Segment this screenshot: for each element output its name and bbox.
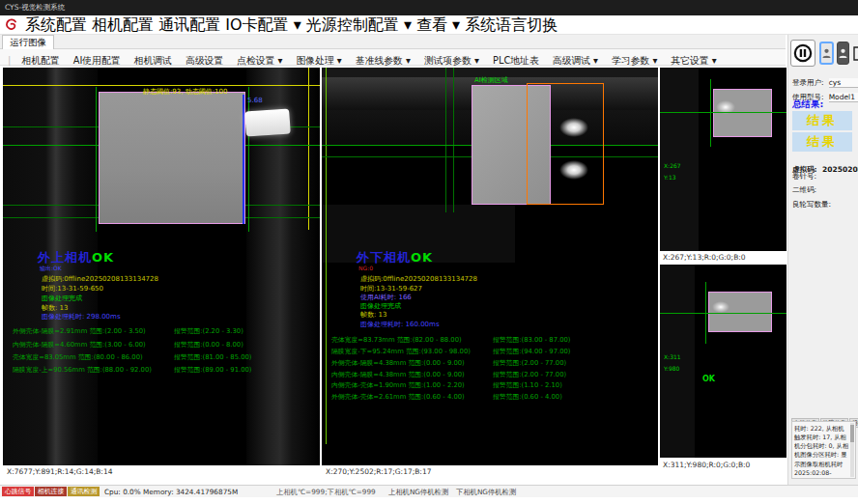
window-titlebar: CYS-视觉检测系统 (0, 0, 858, 15)
toolbar-plc-address[interactable]: PLC地址表 (493, 53, 539, 69)
toolbar-camera-debug[interactable]: 相机调试 (134, 53, 172, 69)
camera-link-status-chip: 相机连接 (35, 487, 67, 496)
operator-mode-button[interactable] (819, 42, 834, 65)
menu-camera-config[interactable]: 相机配置 (92, 15, 154, 34)
window-title: CYS-视觉检测系统 (5, 3, 65, 12)
result-display-1: 结果 (792, 111, 852, 130)
pixel-coordinate-readout-middle: X:270;Y:2502;R:17;G:17;B:17 (326, 467, 431, 476)
event-log-box[interactable]: 耗时: 222, 从相机触发耗时: 17, 从相机分包耗时: 0, 从相机图像分… (791, 421, 856, 479)
alarm-range: 报警范围:(0.60 - 4.00) (493, 392, 562, 402)
model-value[interactable]: Model1 (829, 93, 858, 102)
overlay-text-2: Y:980 (664, 365, 679, 372)
blue-marker-label: 5.68 (247, 97, 263, 104)
ok-overlay-badge: OK (702, 375, 715, 383)
reflection-glow (712, 301, 729, 313)
menu-light-config[interactable]: 光源控制配置 ▾ (306, 15, 412, 34)
overlay-text-1: X:311 (664, 353, 681, 360)
measurement-row: 壳体宽度=83.73mm 范围:(82.00 - 88.00) 报警范围:(83… (331, 335, 658, 345)
pin-number-label: 卷针号: (792, 172, 816, 182)
measurement-value: 外侧壳体-隔膜=4.38mm 范围:(0.00 - 9.00) (331, 359, 465, 367)
camera-view-small-top[interactable]: X:267 Y:13 (660, 68, 786, 251)
measurement-value: 内侧壳体-壳体=1.90mm 范围:(1.00 - 2.20) (331, 381, 465, 389)
lower-camera-ng-stop-label: 下相机NG停机检测 (456, 488, 516, 497)
total-result-label: 总结果: (792, 98, 823, 111)
toolbar-advanced-debug[interactable]: 高级调试 ▾ (553, 53, 598, 69)
alarm-range: 报警范围:(81.00 - 85.00) (174, 352, 251, 362)
elapsed-line: 图像处理耗时: 160.00ms (360, 320, 440, 329)
toolbar-baseline-params[interactable]: 基准线参数 ▾ (356, 53, 411, 69)
toolbar-image-processing[interactable]: 图像处理 ▾ (297, 53, 342, 69)
app-logo-icon (4, 17, 19, 33)
battery-cell-region (99, 92, 245, 224)
measurement-row: 外侧壳体-壳体=2.61mm 范围:(0.60 - 4.00) 报警范围:(0.… (331, 392, 658, 402)
measurement-value: 外侧壳体-壳体=2.61mm 范围:(0.60 - 4.00) (331, 393, 465, 401)
side-panel: 登录用户: cys 使用型号: Model1 总结果: 结果 结果 虚拟码: 2… (787, 35, 858, 485)
pause-icon (793, 43, 813, 63)
camera-view-small-bottom[interactable]: X:311 Y:980 OK (660, 265, 786, 458)
qr-code-label: 二维码: (792, 185, 816, 195)
output-subtext: 输出:OK (40, 265, 62, 273)
heartbeat-status-chip: 心跳信号 (2, 487, 34, 496)
baseline (660, 313, 786, 314)
exit-door-icon (853, 46, 858, 61)
result-ok-badge: OK (92, 250, 114, 265)
guide-line-v1 (445, 68, 446, 212)
processing-done-line: 图像处理完成 (42, 294, 82, 303)
application-window: CYS-视觉检测系统 系统配置 相机配置 通讯配置 IO卡配置 ▾ 光源控制配置… (0, 0, 858, 504)
camera-name-label: 外下相机 (357, 250, 411, 265)
measurement-value: 隔膜宽度-下=95.24mm 范围:(93.00 - 98.00) (331, 348, 471, 355)
comm-check-status-chip: 通讯检测 (68, 487, 100, 496)
pixel-coordinate-readout-small-bottom: X:311;Y:980;R:0;G:0;B:0 (663, 461, 750, 469)
baseline (660, 112, 786, 113)
alarm-range: 报警范围:(94.00 - 97.00) (493, 347, 570, 356)
good-reel-count-label: 良轮写数量: (792, 200, 831, 210)
reference-line-horizontal (3, 85, 320, 86)
menu-comm-config[interactable]: 通讯配置 (158, 15, 220, 34)
camera-view-lower-outer[interactable]: AI检测区域 外下相机OK NG:0 虚拟码:0ffline2025020813… (322, 68, 658, 465)
log-scrollbar-thumb[interactable] (850, 425, 854, 442)
ai-detection-rect (527, 83, 604, 205)
pixel-coordinate-readout-small-top: X:267;Y:13;R:0;G:0;B:0 (663, 253, 746, 262)
alarm-range: 报警范围:(2.20 - 3.30) (174, 326, 243, 336)
measurement-row: 内侧壳体-隔膜=4.38mm 范围:(0.00 - 9.00) 报警范围:(2.… (331, 370, 658, 379)
edge-line (710, 79, 711, 147)
frame-count-line: 帧数: 13 (360, 310, 387, 320)
menu-io-config[interactable]: IO卡配置 ▾ (225, 15, 300, 34)
edge-line (705, 282, 706, 344)
tab-run-image[interactable]: 运行图像 (2, 35, 54, 49)
alarm-range: 报警范围:(2.00 - 77.00) (493, 358, 566, 368)
alarm-range: 报警范围:(89.00 - 91.00) (174, 365, 251, 375)
event-log-text: 耗时: 222, 从相机触发耗时: 17, 从相机分包耗时: 0, 从相机图像分… (794, 425, 848, 479)
toolbar-test-params[interactable]: 测试项参数 ▾ (424, 53, 479, 69)
overlay-text-2: Y:13 (664, 174, 676, 181)
barcode-line: 虚拟码:0ffline20250208133134728 (360, 274, 477, 284)
barcode-line: 虚拟码:0ffline20250208133134728 (42, 274, 158, 284)
menu-language-switch[interactable]: 系统语言切换 (465, 15, 558, 34)
menu-system-config[interactable]: 系统配置 (25, 15, 87, 34)
measurement-row: 隔膜宽度-上=90.56mm 范围:(88.00 - 92.00) 报警范围:(… (13, 365, 320, 375)
measurement-row: 壳体宽度=83.05mm 范围:(80.00 - 86.00) 报警范围:(81… (13, 352, 320, 362)
alarm-range: 报警范围:(2.00 - 77.00) (493, 370, 566, 379)
toolbar-camera-config[interactable]: 相机配置 (21, 53, 59, 69)
toolbar-other-settings[interactable]: 其它设置 ▾ (671, 53, 716, 69)
camera-temperature-readout: 上相机℃=999;下相机℃=999 (276, 488, 376, 497)
reflection-glow-2 (559, 160, 588, 180)
cpu-memory-readout: Cpu: 0.0% Memory: 3424.41796875M (104, 488, 238, 496)
pause-button[interactable] (790, 40, 815, 67)
log-scrollbar[interactable] (850, 423, 854, 477)
toolbar-spot-check[interactable]: 点检设置 ▾ (237, 53, 282, 69)
time-line: 时间:13-31-59-650 (42, 284, 103, 294)
result-ok-badge: OK (411, 250, 433, 265)
toolbar-advanced-settings[interactable]: 高级设置 (186, 53, 223, 69)
toolbar-learning-params[interactable]: 学习参数 ▾ (612, 53, 657, 69)
menu-view[interactable]: 查看 ▾ (416, 15, 460, 34)
camera-name-label: 外上相机 (38, 250, 92, 265)
toolbar-grip: | (8, 55, 11, 66)
edge-line-far-left (326, 68, 327, 444)
admin-mode-button[interactable] (837, 42, 849, 65)
logout-button[interactable] (852, 42, 858, 65)
camera-view-upper-outer[interactable]: 5.68 静态阈值:93, 动态阈值:100 外上相机OK 输出:OK 虚拟码:… (3, 68, 320, 465)
toolbar: | 相机配置 AI使用配置 相机调试 高级设置 点检设置 ▾ 图像处理 ▾ 基准… (0, 49, 786, 66)
toolbar-ai-config[interactable]: AI使用配置 (73, 53, 121, 69)
status-bar: 心跳信号 相机连接 通讯检测 Cpu: 0.0% Memory: 3424.41… (0, 485, 858, 497)
